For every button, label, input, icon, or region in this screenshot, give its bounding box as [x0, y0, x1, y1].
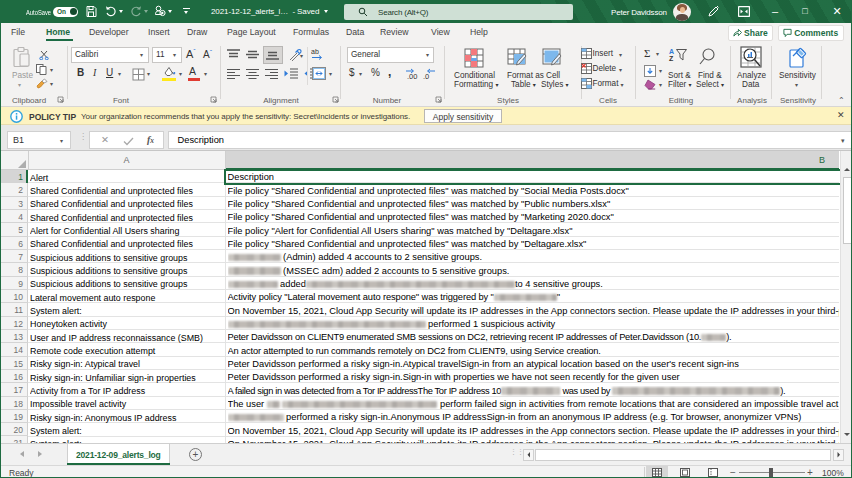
svg-text:.0: .0 — [423, 72, 429, 80]
svg-text:.00: .00 — [407, 72, 417, 80]
svg-text:ab: ab — [311, 48, 319, 55]
